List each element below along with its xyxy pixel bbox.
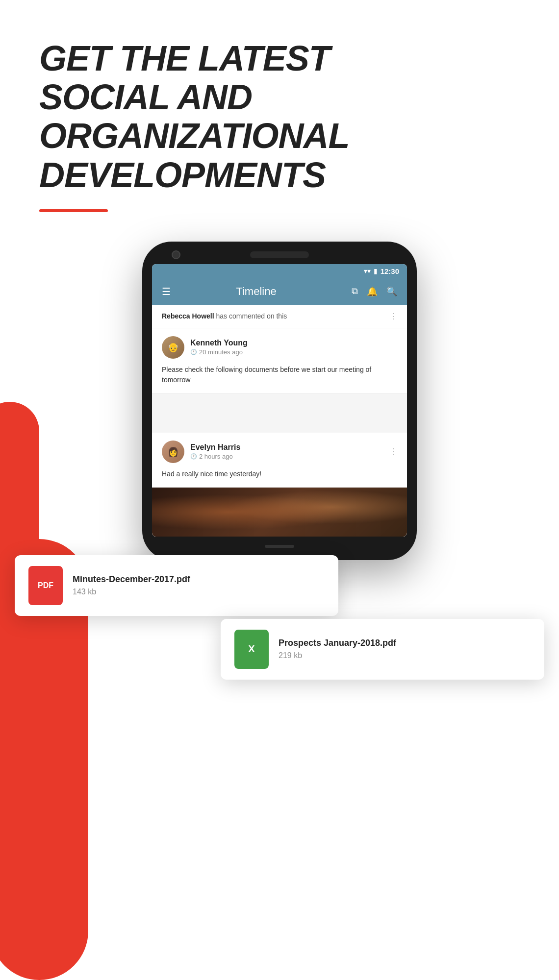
chat-icon[interactable]: ⧉: [352, 286, 358, 296]
xls-label: X: [248, 643, 254, 655]
comment-action: has commented on this: [216, 312, 287, 320]
toolbar-icons: ⧉ 🔔 🔍: [352, 286, 397, 297]
phone-section: ▾▾ ▮ 12:30 ☰ Timeline ⧉ 🔔 🔍: [0, 242, 559, 658]
post-time-text-evelyn: 2 hours ago: [199, 453, 233, 460]
post-card-kenneth: 👴 Kenneth Young 🕐 20 minutes ago Please …: [152, 328, 407, 393]
wifi-icon: ▾▾: [364, 267, 371, 275]
post-card-evelyn: 👩 Evelyn Harris 🕐 2 hours ago ⋮: [152, 433, 407, 488]
post-meta-kenneth: Kenneth Young 🕐 20 minutes ago: [190, 339, 397, 356]
post-header: 👴 Kenneth Young 🕐 20 minutes ago: [162, 336, 397, 359]
toolbar-title: Timeline: [169, 285, 344, 298]
commenter-name: Rebecca Howell: [162, 312, 214, 320]
bell-icon[interactable]: 🔔: [367, 286, 378, 297]
post-time-text-kenneth: 20 minutes ago: [199, 348, 243, 356]
post-author-evelyn: Evelyn Harris: [190, 443, 383, 452]
xls-file-size: 219 kb: [279, 651, 531, 660]
clock-icon: 🕐: [190, 349, 197, 355]
pdf-file-size: 143 kb: [73, 588, 325, 596]
pdf-file-info: Minutes-December-2017.pdf 143 kb: [73, 574, 325, 596]
status-time: 12:30: [381, 267, 399, 275]
comment-notification-text: Rebecca Howell has commented on this: [162, 312, 287, 320]
coffee-image: [152, 488, 407, 537]
clock-icon-evelyn: 🕐: [190, 453, 197, 460]
phone-wrapper: ▾▾ ▮ 12:30 ☰ Timeline ⧉ 🔔 🔍: [0, 242, 559, 560]
xls-file-icon: X: [234, 630, 269, 669]
home-button: [265, 545, 294, 548]
status-icons: ▾▾ ▮ 12:30: [364, 267, 399, 275]
coffee-overlay: [152, 488, 407, 537]
phone-bottom-bar: [152, 542, 407, 550]
card-spacer: [152, 393, 407, 433]
post-header-evelyn: 👩 Evelyn Harris 🕐 2 hours ago ⋮: [162, 441, 397, 463]
avatar-evelyn: 👩: [162, 441, 184, 463]
attachment-card-xls[interactable]: X Prospects January-2018.pdf 219 kb: [221, 619, 544, 680]
attachment-card-pdf[interactable]: PDF Minutes-December-2017.pdf 143 kb: [15, 555, 338, 616]
status-bar: ▾▾ ▮ 12:30: [152, 264, 407, 278]
feed-content: Rebecca Howell has commented on this ⋮ 👴: [152, 305, 407, 537]
avatar-img-evelyn: 👩: [162, 441, 184, 463]
phone-top-bar: [152, 251, 407, 258]
post-meta-evelyn: Evelyn Harris 🕐 2 hours ago: [190, 443, 383, 460]
battery-icon: ▮: [374, 267, 378, 275]
pdf-file-name: Minutes-December-2017.pdf: [73, 574, 325, 585]
post-time-kenneth: 🕐 20 minutes ago: [190, 348, 397, 356]
phone-screen: ▾▾ ▮ 12:30 ☰ Timeline ⧉ 🔔 🔍: [152, 264, 407, 537]
hero-title: GET THE LATEST SOCIAL AND ORGANIZATIONAL…: [39, 39, 373, 195]
pdf-label: PDF: [38, 581, 53, 590]
evelyn-section: 👩 Evelyn Harris 🕐 2 hours ago ⋮: [152, 433, 407, 537]
post-time-evelyn: 🕐 2 hours ago: [190, 453, 383, 460]
post-text-kenneth: Please check the following documents bef…: [162, 365, 397, 385]
phone-speaker: [250, 251, 309, 258]
red-underline-decoration: [39, 209, 108, 212]
hero-section: GET THE LATEST SOCIAL AND ORGANIZATIONAL…: [0, 0, 559, 232]
post-text-evelyn: Had a really nice time yesterday!: [162, 469, 397, 479]
phone-camera: [172, 250, 180, 259]
more-options-icon[interactable]: ⋮: [389, 312, 397, 321]
app-toolbar: ☰ Timeline ⧉ 🔔 🔍: [152, 278, 407, 305]
avatar-kenneth: 👴: [162, 336, 184, 359]
search-icon[interactable]: 🔍: [386, 286, 397, 297]
pdf-file-icon: PDF: [28, 566, 63, 605]
post-author-kenneth: Kenneth Young: [190, 339, 397, 347]
phone-mockup: ▾▾ ▮ 12:30 ☰ Timeline ⧉ 🔔 🔍: [142, 242, 417, 560]
comment-notification-bar: Rebecca Howell has commented on this ⋮: [152, 305, 407, 328]
xls-file-info: Prospects January-2018.pdf 219 kb: [279, 638, 531, 660]
more-options-evelyn-icon[interactable]: ⋮: [389, 447, 397, 456]
xls-file-name: Prospects January-2018.pdf: [279, 638, 531, 648]
avatar-img-kenneth: 👴: [162, 336, 184, 359]
